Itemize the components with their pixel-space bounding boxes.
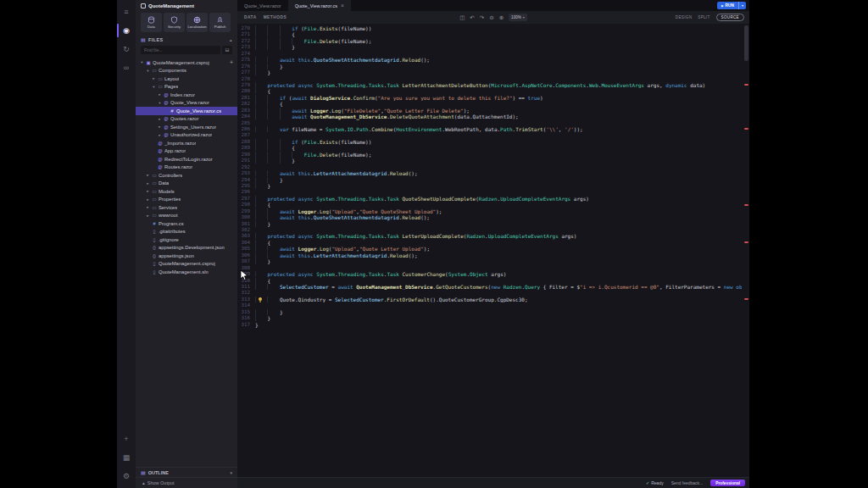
code-line[interactable]: 270 if (File.Exists(fileName))	[237, 25, 749, 31]
rail-item-sync[interactable]: ↻	[117, 40, 136, 58]
tree-item[interactable]: ▸▭Layout	[136, 75, 237, 83]
code-line[interactable]: 272 File.Delete(fileName);	[237, 38, 749, 44]
code-line[interactable]: 303 protected async System.Threading.Tas…	[237, 233, 749, 239]
code-line[interactable]: 294 }	[237, 177, 749, 183]
chevron-down-icon[interactable]: ▾	[157, 101, 163, 105]
code-line[interactable]: 302	[237, 227, 749, 233]
code-line[interactable]: 289 {	[237, 145, 749, 151]
tree-item[interactable]: ▾▭Components	[136, 67, 237, 75]
code-line[interactable]: 300 await this.QuoteSheetAttachmentdatag…	[237, 214, 749, 220]
rail-item-packages[interactable]: ▦	[117, 448, 136, 467]
code-line[interactable]: 282 {	[237, 101, 749, 107]
show-output-toggle[interactable]: ▴ Show Output	[136, 477, 237, 488]
tree-item[interactable]: ▯.gitignore	[136, 236, 237, 244]
code-line[interactable]: 311 SelectedCustomer = await QuoteManage…	[237, 284, 749, 290]
chevron-down-icon[interactable]: ▾	[151, 85, 157, 89]
run-button[interactable]: ▶ RUN	[717, 2, 738, 9]
frame-icon[interactable]: ◫	[459, 14, 465, 21]
tree-item[interactable]: ▸▭wwwroot	[136, 212, 237, 220]
data-button[interactable]: Data	[141, 13, 162, 32]
tree-item[interactable]: @Routes.razor	[136, 164, 237, 172]
tab-quote-view-razor[interactable]: Quote_View.razor	[237, 0, 288, 11]
code-line[interactable]: 276 }	[237, 64, 749, 69]
tree-item[interactable]: ▸▭Data	[136, 180, 237, 188]
code-line[interactable]: 281 if (await DialogService.Confirm("Are…	[237, 95, 749, 101]
code-line[interactable]: 308	[237, 265, 749, 271]
outline-section-header[interactable]: ▤ OUTLINE ▾	[136, 467, 237, 477]
editor-scrollbar[interactable]	[743, 25, 748, 475]
add-file-button[interactable]: +	[230, 59, 237, 65]
view-mode-source[interactable]: SOURCE	[716, 14, 744, 21]
code-line[interactable]: 315 }	[237, 309, 749, 315]
code-line[interactable]: 314	[237, 302, 749, 308]
rail-item-settings[interactable]: ⚙	[117, 467, 136, 485]
edition-badge[interactable]: Professional	[710, 480, 745, 486]
zoom-in-icon[interactable]: ⊕	[499, 14, 504, 21]
tree-item[interactable]: {}appsettings.json	[136, 252, 237, 260]
tree-item[interactable]: ▸@Index.razor	[136, 91, 237, 99]
view-mode-design[interactable]: DESIGN	[676, 15, 692, 19]
redo-icon[interactable]: ↷	[480, 14, 484, 21]
publish-button[interactable]: Publish	[209, 13, 231, 32]
find-file-input[interactable]	[141, 46, 220, 54]
chevron-right-icon[interactable]: ▸	[145, 189, 151, 193]
code-line[interactable]: 280 {	[237, 88, 749, 94]
code-line[interactable]: 298 {	[237, 202, 749, 208]
chevron-right-icon[interactable]: ▸	[157, 92, 163, 97]
code-line[interactable]: 286 var fileName = System.IO.Path.Combin…	[237, 126, 749, 132]
run-options-button[interactable]: ▾	[738, 2, 746, 9]
code-editor[interactable]: 270 if (File.Exists(fileName))271 {272 F…	[237, 24, 749, 477]
undo-icon[interactable]: ↶	[470, 14, 474, 21]
code-line[interactable]: 283 await Logger.Log("FileDelete","Quote…	[237, 108, 749, 114]
tree-item[interactable]: ▸▭Controllers	[136, 171, 237, 180]
tree-item[interactable]: @RedirectToLogin.razor	[136, 155, 237, 164]
chevron-down-icon[interactable]: ▾	[139, 60, 145, 64]
rail-item-link[interactable]: ∞	[117, 58, 136, 77]
rail-item-design[interactable]: ◉	[117, 21, 136, 40]
code-line[interactable]: 292	[237, 164, 749, 170]
code-line[interactable]: 316 }	[237, 315, 749, 321]
tree-item[interactable]: ▸@Unauthorized.razor	[136, 131, 237, 140]
tree-item[interactable]: ▾▭Pages	[136, 83, 237, 92]
code-line[interactable]: 295 }	[237, 183, 749, 189]
rail-item-add[interactable]: +	[117, 430, 136, 448]
chevron-right-icon[interactable]: ▸	[157, 117, 163, 121]
send-feedback-link[interactable]: Send feedback...	[671, 480, 704, 485]
code-line[interactable]: 275 await this.QuoteSheetAttachmentdatag…	[237, 57, 749, 63]
tree-item[interactable]: ▾@Quote_View.razor	[136, 99, 237, 108]
tree-item[interactable]: @_Imports.razor	[136, 139, 237, 147]
code-line[interactable]: 317}	[237, 322, 749, 328]
tree-item[interactable]: ▯QuoteManagement.csproj	[136, 260, 237, 269]
code-line[interactable]: 284 await QuoteManagement_DbService.Dele…	[237, 114, 749, 119]
code-line[interactable]: 304 {	[237, 240, 749, 246]
chevron-down-icon[interactable]: ▾	[145, 69, 151, 73]
chevron-right-icon[interactable]: ▸	[145, 181, 151, 186]
tree-item[interactable]: {}appsettings.Development.json	[136, 244, 237, 252]
chevron-right-icon[interactable]: ▸	[157, 125, 163, 129]
chevron-right-icon[interactable]: ▸	[157, 133, 163, 137]
subtab-methods[interactable]: METHODS	[264, 15, 287, 19]
code-line[interactable]: 279 protected async System.Threading.Tas…	[237, 82, 749, 88]
file-tree[interactable]: ▾▣QuoteManagement.csproj+▾▭Components▸▭L…	[136, 57, 237, 467]
chevron-right-icon[interactable]: ▸	[145, 214, 151, 218]
tree-item[interactable]: ▸@Quotes.razor	[136, 115, 237, 124]
chevron-right-icon[interactable]: ▸	[145, 197, 151, 202]
code-line[interactable]: 307 }	[237, 258, 749, 264]
code-line[interactable]: 288 if (File.Exists(fileName))	[237, 139, 749, 145]
close-icon[interactable]: ×	[341, 3, 344, 8]
tree-item[interactable]: ▸▭Services	[136, 203, 237, 212]
code-line[interactable]: 285	[237, 120, 749, 126]
chevron-right-icon[interactable]: ▸	[145, 173, 151, 177]
code-line[interactable]: 287	[237, 132, 749, 138]
code-line[interactable]: 312	[237, 290, 749, 296]
tree-item[interactable]: #Quote_View.razor.cs	[136, 107, 237, 115]
tree-item[interactable]: ▸▭Models	[136, 187, 237, 196]
tree-item[interactable]: @App.razor	[136, 147, 237, 156]
code-line[interactable]: 309 protected async System.Threading.Tas…	[237, 271, 749, 277]
chevron-down-icon[interactable]: ▾	[230, 470, 232, 475]
tab-quote-view-razor-cs[interactable]: Quote_View.razor.cs ×	[288, 0, 351, 11]
scrollbar-thumb[interactable]	[744, 25, 748, 61]
tree-item[interactable]: ▯.gitattributes	[136, 228, 237, 236]
tree-item[interactable]: ▸@Settings_Users.razor	[136, 123, 237, 131]
code-line[interactable]: 278	[237, 76, 749, 82]
